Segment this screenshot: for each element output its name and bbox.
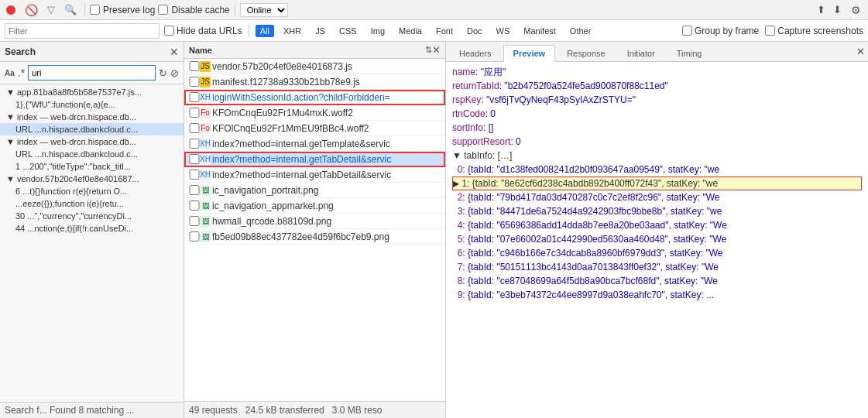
disable-cache-label[interactable]: Disable cache [158, 5, 229, 15]
type-media-button[interactable]: Media [394, 25, 427, 37]
preview-content-line: 6: {tabId: "c946b166e7c34dcab8a8960bf697… [452, 246, 862, 260]
search-refresh-button[interactable]: ↻ [159, 67, 167, 79]
search-result-item[interactable]: 6 ...t){}function r(e){return O... [0, 185, 184, 197]
search-result-item[interactable]: ▼ app.81ba8a8fb5b58e7537e7.js... [0, 86, 184, 98]
font-file-icon: Fo [200, 108, 211, 118]
filter-input[interactable] [5, 23, 160, 39]
search-result-item[interactable]: 44 ...nction(e,t){if(!r.canUseDi... [0, 222, 184, 235]
file-row[interactable]: 🖼hwmall_qrcode.b88109d.png [184, 214, 445, 229]
capture-screenshots-text: Capture screenshots [777, 26, 863, 36]
toolbar-separator2 [235, 4, 235, 16]
file-row-name: index?method=internal.getTemplate&servic [212, 139, 441, 149]
file-row-checkbox[interactable] [189, 123, 200, 133]
preview-tab-initiator[interactable]: Initiator [617, 45, 665, 61]
download-button[interactable]: ⬇ [831, 3, 844, 16]
search-input-bar: Aa .* ↻ ⊘ [0, 62, 184, 84]
hide-data-urls-label[interactable]: Hide data URLs [164, 26, 242, 36]
file-row-checkbox[interactable] [189, 77, 200, 87]
filter-bar-sep [249, 25, 249, 37]
file-row-checkbox[interactable] [189, 61, 200, 71]
search-result-item[interactable]: URL ...n.hispace.dbankcloud.c... [0, 123, 184, 135]
search-field[interactable] [28, 65, 156, 81]
capture-screenshots-label[interactable]: Capture screenshots [765, 26, 863, 36]
search-result-item[interactable]: URL ...n.hispace.dbankcloud.c... [0, 148, 184, 160]
file-row-checkbox[interactable] [189, 92, 200, 102]
file-row[interactable]: FoKFOlCnqEu92Fr1MmEU9fBBc4.woff2 [184, 121, 445, 136]
file-row-name: index?method=internal.getTabDetail&servi… [212, 154, 441, 165]
group-by-frame-label[interactable]: Group by frame [682, 26, 759, 36]
search-result-item[interactable]: 1 ...200","titleType":"back_titl... [0, 160, 184, 173]
file-row[interactable]: JSvendor.57b20c4ef0e8e4016873.js [184, 59, 445, 74]
file-row-checkbox[interactable] [189, 231, 200, 242]
type-ws-button[interactable]: WS [492, 25, 515, 37]
file-row[interactable]: FoKFOmCnqEu92Fr1Mu4mxK.woff2 [184, 105, 445, 121]
preview-close-button[interactable]: ✕ [856, 46, 865, 57]
match-case-button[interactable]: Aa [5, 69, 15, 77]
search-result-item[interactable]: 30 ...","currency","currencyDi... [0, 210, 184, 222]
upload-button[interactable]: ⬆ [815, 3, 828, 16]
clear-button[interactable]: 🚫 [22, 2, 41, 18]
type-doc-button[interactable]: Doc [462, 25, 487, 37]
type-css-button[interactable]: CSS [335, 25, 362, 37]
search-button[interactable]: 🔍 [61, 2, 80, 17]
font-file-icon: Fo [200, 123, 211, 134]
search-close-button[interactable]: ✕ [170, 46, 179, 58]
preview-content-line: sortInfo: [] [452, 121, 862, 135]
capture-screenshots-checkbox[interactable] [765, 26, 775, 36]
search-result-item[interactable]: ▼ index — web-drcn.hispace.db... [0, 111, 184, 123]
file-list-close-button[interactable]: ✕ [432, 44, 441, 56]
type-manifest-button[interactable]: Manifest [519, 25, 561, 37]
file-row[interactable]: JSmanifest.f12738a9330b21bb78e9.js [184, 74, 445, 90]
settings-button[interactable]: ⚙ [847, 3, 865, 17]
file-row-checkbox[interactable] [189, 200, 200, 211]
search-result-item[interactable]: ...eeze({});function i(e){retu... [0, 197, 184, 210]
preserve-log-checkbox[interactable] [90, 5, 100, 15]
file-row-checkbox[interactable] [189, 216, 200, 226]
file-row[interactable]: XHindex?method=internal.getTemplate&serv… [184, 136, 445, 152]
file-row-checkbox[interactable] [189, 170, 200, 180]
file-row-checkbox[interactable] [189, 108, 200, 118]
file-row-name: vendor.57b20c4ef0e8e4016873.js [212, 61, 441, 72]
img-file-icon: 🖼 [200, 231, 211, 242]
type-all-button[interactable]: All [256, 25, 274, 37]
search-clear-button[interactable]: ⊘ [170, 67, 179, 79]
file-row[interactable]: XHloginWithSessionId.action?childForbidd… [184, 90, 445, 105]
file-row-checkbox[interactable] [189, 185, 200, 195]
type-xhr-button[interactable]: XHR [279, 25, 306, 37]
search-result-item[interactable]: ▼ vendor.57b20c4ef0e8e401687... [0, 173, 184, 185]
filter-button[interactable]: ▽ [44, 2, 58, 17]
file-row[interactable]: XHindex?method=internal.getTabDetail&ser… [184, 167, 445, 183]
search-result-item[interactable]: ▼ index — web-drcn.hispace.db... [0, 135, 184, 148]
hide-data-urls-checkbox[interactable] [164, 26, 174, 36]
search-result-item[interactable]: 1},{"WfU":function(e,a){e... [0, 98, 184, 111]
preview-tab-timing[interactable]: Timing [667, 45, 712, 61]
record-button[interactable] [3, 4, 19, 16]
preview-tab-headers[interactable]: Headers [449, 45, 502, 61]
type-other-button[interactable]: Other [565, 25, 596, 37]
toolbar-right-group: ⬆ ⬇ ⚙ [815, 3, 865, 17]
regex-button[interactable]: .* [18, 67, 25, 79]
file-row-name: KFOlCnqEu92Fr1MmEU9fBBc4.woff2 [212, 123, 441, 134]
type-img-button[interactable]: Img [366, 25, 389, 37]
file-row[interactable]: 🖼fb5ed09b88ec437782ee4d59f6bc7eb9.png [184, 229, 445, 245]
file-list-sort-button[interactable]: ⇅ [425, 45, 432, 55]
type-js-button[interactable]: JS [310, 25, 330, 37]
file-row-checkbox[interactable] [189, 139, 200, 149]
search-title: Search [5, 46, 36, 57]
preview-content-line: 5: {tabId: "07e66002a01c442990ed5630aa46… [452, 232, 862, 246]
preview-content-line: 7: {tabId: "50151113bc4143d0aa7013843ff0… [452, 260, 862, 274]
file-row[interactable]: 🖼ic_navigation_portrait.png [184, 183, 445, 198]
preview-tab-preview[interactable]: Preview [503, 45, 556, 62]
disable-cache-checkbox[interactable] [158, 5, 168, 15]
footer-requests: 49 requests [189, 405, 238, 416]
preview-tabs: HeadersPreviewResponseInitiatorTiming✕ [446, 42, 868, 62]
group-by-frame-checkbox[interactable] [682, 26, 692, 36]
group-by-frame-text: Group by frame [695, 26, 759, 36]
preview-tab-response[interactable]: Response [557, 45, 616, 61]
file-row[interactable]: 🖼ic_navigation_appmarket.png [184, 198, 445, 214]
online-select[interactable]: Online [240, 3, 288, 17]
preserve-log-label[interactable]: Preserve log [90, 5, 155, 15]
file-row[interactable]: XHindex?method=internal.getTabDetail&ser… [184, 152, 445, 167]
file-row-checkbox[interactable] [189, 154, 200, 164]
type-font-button[interactable]: Font [431, 25, 458, 37]
